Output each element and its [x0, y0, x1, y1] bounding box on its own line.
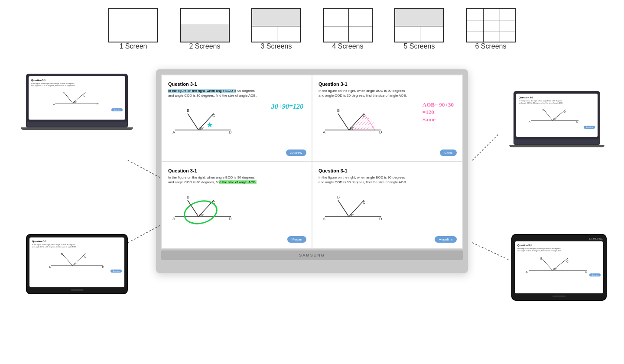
- svg-text:D: D: [102, 266, 104, 269]
- svg-text:B: B: [187, 108, 189, 113]
- laptop-screen-left: Question 3-1 In the figure on the right,…: [26, 74, 128, 122]
- chris-equation: AOB= 90+30=120Same: [422, 101, 454, 124]
- andrew-diagram-area: A C D B 30° ★ 30+90=120: [168, 101, 306, 144]
- screen-icon-6: [466, 8, 516, 42]
- svg-text:D: D: [576, 120, 578, 123]
- svg-line-45: [360, 120, 370, 130]
- laptop-diagram-left: A C D B 30°: [31, 88, 123, 107]
- svg-text:C: C: [84, 94, 86, 97]
- svg-text:30°: 30°: [199, 127, 204, 130]
- screen-option-5[interactable]: 5 Screens: [394, 8, 444, 50]
- left-laptop-device: Question 3-1 In the figure on the right,…: [26, 74, 128, 130]
- screen-label-3: 3 Screens: [260, 42, 292, 50]
- left-tablet-device: Question 3-1 In the figure on the right,…: [26, 234, 128, 294]
- svg-text:C: C: [212, 114, 215, 118]
- tablet-diagram-right: A C D B 30°: [517, 253, 601, 273]
- laptop-base-left: [26, 122, 128, 127]
- svg-line-2: [64, 92, 73, 103]
- screen-label-4: 4 Screens: [332, 42, 363, 50]
- megan-badge: Megan: [287, 236, 306, 243]
- svg-text:A: A: [529, 120, 530, 123]
- screen-icon-3: [251, 8, 301, 42]
- svg-line-10: [62, 254, 73, 266]
- tv-frame: Question 3-1 In the figure on the right,…: [156, 69, 468, 273]
- right-tablet-device: SAMSUNG Question 3-1 In the figure on th…: [511, 234, 607, 301]
- svg-text:C: C: [363, 200, 366, 205]
- chris-badge: Chris: [440, 150, 457, 156]
- tablet-question-text-right: In the figure on the right, when angle B…: [517, 247, 601, 252]
- angelina-badge: Angelina: [435, 236, 457, 243]
- tv-screen: Question 3-1 In the figure on the right,…: [161, 75, 463, 249]
- svg-text:A: A: [172, 130, 175, 134]
- svg-text:C: C: [84, 255, 87, 258]
- svg-text:D: D: [379, 217, 382, 221]
- svg-text:A: A: [323, 217, 325, 221]
- screen-option-3[interactable]: 3 Screens: [251, 8, 301, 50]
- tablet-question-text-left: In the figure on the right, when angle B…: [32, 244, 122, 248]
- svg-text:30°: 30°: [553, 268, 558, 270]
- screen-icon-5: [394, 8, 444, 42]
- svg-text:30°: 30°: [553, 118, 557, 120]
- laptop-question-title-left: Question 3-1: [31, 79, 123, 81]
- screen-option-2[interactable]: 2 Screens: [180, 8, 230, 50]
- chris-question-text: In the figure on the right, when angle B…: [318, 88, 456, 98]
- svg-text:D: D: [379, 130, 382, 134]
- svg-line-74: [128, 160, 160, 178]
- angelina-diagram-area: A C D B 30°: [318, 187, 456, 231]
- svg-line-77: [472, 243, 509, 260]
- screen-label-1: 1 Screen: [119, 42, 147, 50]
- andrew-question-title: Question 3-1: [168, 81, 306, 87]
- svg-text:A: A: [323, 130, 325, 134]
- screen-option-1[interactable]: 1 Screen: [108, 8, 158, 50]
- svg-text:C: C: [564, 111, 566, 114]
- laptop-student-badge-right: Angelina: [584, 126, 595, 129]
- svg-text:B: B: [187, 195, 189, 199]
- tablet-question-title-left: Question 3-1: [32, 240, 122, 243]
- svg-line-76: [472, 134, 498, 160]
- svg-line-75: [128, 225, 160, 243]
- svg-text:A: A: [172, 217, 175, 221]
- tablet-screen-left: Question 3-1 In the figure on the right,…: [29, 237, 124, 287]
- svg-line-18: [544, 110, 552, 120]
- laptop-question-text-left: In the figure on the right, when angle B…: [31, 82, 123, 87]
- svg-text:30°: 30°: [350, 127, 354, 130]
- laptop-frame-left: Question 3-1 In the figure on the right,…: [26, 74, 128, 130]
- tv-panel-megan: Question 3-1 In the figure on the right,…: [162, 162, 312, 248]
- tablet-question-title-right: Question 3-1: [517, 244, 601, 247]
- svg-text:B: B: [63, 92, 65, 94]
- laptop-content-right: Question 3-1 In the figure on the right,…: [516, 94, 598, 137]
- svg-text:C: C: [566, 260, 569, 263]
- tv-panel-angelina: Question 3-1 In the figure on the right,…: [312, 162, 462, 248]
- laptop-bottom-left: [21, 127, 133, 130]
- svg-text:C: C: [363, 114, 366, 118]
- svg-text:★: ★: [206, 120, 213, 129]
- svg-text:D: D: [97, 103, 99, 106]
- laptop-screen-right: Question 3-1 In the figure on the right,…: [514, 91, 600, 140]
- megan-highlight: d the size of angle AOB.: [219, 180, 257, 184]
- svg-text:D: D: [585, 270, 587, 273]
- screen-option-4[interactable]: 4 Screens: [323, 8, 373, 50]
- tv-bottom-bar: SAMSUNG: [161, 250, 463, 260]
- screen-icon-1: [108, 8, 158, 42]
- angelina-question-title: Question 3-1: [318, 168, 456, 173]
- svg-line-51: [338, 114, 349, 130]
- tv-panel-chris: Question 3-1 In the figure on the right,…: [312, 75, 462, 162]
- screen-icon-2: [180, 8, 230, 42]
- screen-label-5: 5 Screens: [403, 42, 435, 50]
- svg-line-34: [188, 114, 198, 130]
- svg-line-43: [354, 117, 367, 130]
- svg-text:30°: 30°: [199, 214, 204, 217]
- svg-line-44: [357, 118, 369, 130]
- tv-brand-label: SAMSUNG: [299, 253, 325, 257]
- svg-text:30°: 30°: [350, 214, 354, 217]
- tablet-home-bar-left: [71, 289, 84, 291]
- svg-line-68: [338, 200, 349, 217]
- screen-label-2: 2 Screens: [189, 42, 220, 50]
- tablet-frame-left: Question 3-1 In the figure on the right,…: [26, 234, 128, 294]
- andrew-question-text: In the figure on the right, when angle B…: [168, 88, 306, 98]
- svg-text:A: A: [53, 103, 55, 106]
- megan-question-title: Question 3-1: [168, 168, 306, 173]
- laptop-question-title-right: Question 3-1: [519, 96, 595, 99]
- screen-option-6[interactable]: 6 Screens: [466, 8, 516, 50]
- svg-text:30°: 30°: [74, 101, 77, 103]
